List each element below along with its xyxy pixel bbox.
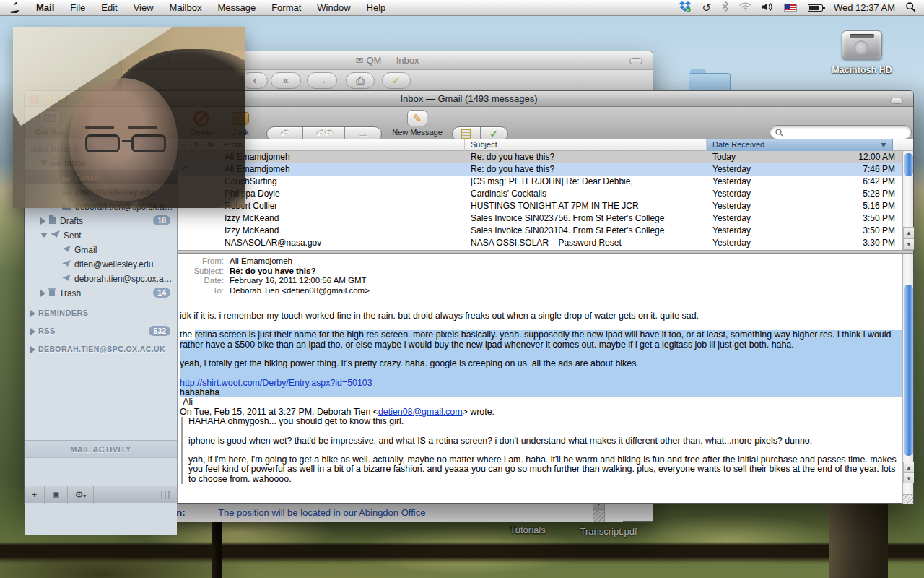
sidebar-item-drafts[interactable]: Drafts 18 — [25, 213, 178, 228]
email-link[interactable]: detien08@gmail.com — [378, 407, 463, 417]
time-machine-menu-icon[interactable]: ↺ — [702, 1, 711, 14]
background-window-content[interactable]: Location: The position will be located i… — [122, 504, 623, 522]
menu-bar-clock[interactable]: Wed 12:37 AM — [834, 2, 895, 13]
menu-view[interactable]: View — [126, 0, 162, 16]
message-row[interactable]: Robert Collier HUSTINGS TONIGHT AT 7PM I… — [178, 200, 904, 212]
sidebar-item-sent-spc[interactable]: deborah.tien@spc.ox.a… — [25, 271, 178, 285]
sidebar-item-sent-wellesley[interactable]: dtien@wellesley.edu — [25, 256, 178, 271]
pane-resize-handle[interactable] — [161, 491, 171, 499]
row-time: 3:50 PM — [863, 225, 895, 237]
row-date: Yesterday — [712, 212, 857, 225]
desktop-icon-label-transcript[interactable]: Transcript.pdf — [574, 526, 643, 537]
scroll-up-arrow[interactable]: ▲ — [903, 227, 914, 238]
forward-button[interactable]: → — [307, 72, 337, 89]
scroll-down-arrow[interactable]: ▼ — [903, 473, 914, 483]
sidebar-group-reminders[interactable]: REMINDERS — [25, 306, 178, 320]
menu-window[interactable]: Window — [309, 0, 358, 16]
search-icon — [775, 129, 783, 137]
back-button[interactable]: ‹ — [242, 72, 268, 89]
check-button[interactable]: ✓ — [382, 72, 411, 89]
show-action-button[interactable]: ▣ — [45, 486, 68, 504]
sidebar-group-account[interactable]: DEBORAH.TIEN@SPC.OX.AC.UK — [25, 342, 178, 356]
search-input[interactable] — [770, 125, 912, 139]
print-button[interactable]: ⎙ — [346, 72, 375, 89]
new-message-button[interactable]: ✎ New Message — [388, 108, 446, 139]
location-text: The position will be located in our Abin… — [218, 507, 425, 518]
to-value: Deborah Tien <detien08@gmail.com> — [230, 285, 370, 296]
fence-post — [212, 517, 222, 578]
menu-message[interactable]: Message — [209, 0, 263, 16]
message-body: idk if it is. i remember my touch worked… — [180, 311, 903, 484]
toolbar-toggle-lozenge[interactable] — [629, 58, 642, 64]
trash-count-badge: 14 — [153, 288, 170, 298]
menu-bar: Mail File Edit View Mailbox Message Form… — [0, 0, 924, 16]
woot-link[interactable]: http://shirt.woot.com/Derby/Entry.aspx?i… — [180, 378, 372, 388]
menu-format[interactable]: Format — [263, 0, 309, 16]
disclosure-triangle-icon[interactable] — [40, 217, 45, 225]
desktop-icon-label-tutorials[interactable]: Tutorials — [505, 525, 550, 535]
disclosure-triangle-icon[interactable] — [30, 346, 35, 353]
bluetooth-menu-icon[interactable] — [722, 1, 728, 14]
menu-help[interactable]: Help — [359, 0, 394, 16]
menu-mailbox[interactable]: Mailbox — [162, 0, 210, 16]
row-time: 5:16 PM — [863, 200, 895, 212]
photo-eyebrow — [85, 126, 114, 129]
wifi-menu-icon[interactable] — [739, 2, 751, 13]
dropbox-menu-icon[interactable] — [679, 1, 691, 14]
photo-glasses — [85, 134, 120, 152]
scroll-down-arrow[interactable]: ▼ — [903, 238, 914, 250]
scrollbar-thumb[interactable] — [904, 285, 913, 456]
drafts-label: Drafts — [60, 216, 83, 226]
sidebar-group-rss[interactable]: RSS 532 — [25, 324, 178, 338]
window-resize-grip[interactable] — [902, 494, 913, 504]
message-list-scrollbar[interactable]: ▲ ▼ — [902, 151, 913, 250]
volume-menu-icon[interactable] — [762, 2, 773, 14]
message-row[interactable]: Izzy McKeand Sales Invoice SIN023756. Fr… — [178, 212, 904, 225]
message-row[interactable]: Ali Emamdjomeh Re: do you have this? Tod… — [178, 151, 904, 163]
battery-icon[interactable] — [808, 4, 823, 12]
to-label: To: — [178, 285, 224, 296]
spotlight-icon[interactable] — [906, 2, 915, 14]
scrollbar-thumb[interactable] — [904, 153, 913, 176]
scroll-up-arrow[interactable]: ▲ — [903, 462, 914, 473]
add-mailbox-button[interactable]: + — [25, 486, 45, 504]
message-row[interactable]: NASASOLAR@nasa.gov NASA OSSI:SOLAR – Pas… — [178, 237, 904, 249]
disclosure-triangle-icon[interactable] — [40, 290, 45, 297]
window-resize-grip[interactable] — [593, 509, 605, 522]
sidebar-item-trash[interactable]: Trash 14 — [25, 285, 178, 300]
message-row[interactable]: CouchSurfing [CS msg: PETERJOHN] Re: Dea… — [178, 176, 904, 188]
body-paragraph: yeah, i totally get the biking power thi… — [180, 359, 903, 368]
toolbar-toggle-lozenge[interactable] — [890, 98, 903, 104]
row-date: Yesterday — [712, 200, 857, 212]
message-row[interactable]: Philippa Doyle Cardinals' Cocktails Yest… — [178, 188, 904, 200]
menu-file[interactable]: File — [62, 0, 93, 16]
disclosure-triangle-icon[interactable] — [30, 310, 35, 317]
attribution-text: On Tue, Feb 15, 2011 at 3:27 PM, Deborah… — [180, 407, 378, 417]
preview-scrollbar[interactable]: ▲ ▼ — [902, 254, 913, 504]
menu-mail[interactable]: Mail — [28, 0, 62, 16]
message-row-selected[interactable]: ↶ Ali Emamdjomeh Re: do you have this? Y… — [178, 163, 904, 176]
subject-column-header[interactable]: Subject — [465, 139, 707, 151]
date-received-column-header[interactable]: Date Received — [707, 139, 893, 151]
rewind-button[interactable]: « — [271, 72, 301, 89]
disclosure-triangle-icon[interactable] — [40, 233, 48, 238]
input-language-flag-icon[interactable] — [784, 4, 797, 12]
forward-arrow-icon: → — [357, 128, 368, 140]
drive-slot — [850, 34, 874, 38]
apple-menu[interactable] — [0, 2, 28, 13]
sort-descending-icon — [881, 143, 886, 147]
sidebar-item-sent-gmail[interactable]: Gmail — [25, 242, 178, 256]
gear-menu-button[interactable]: ⚙▾ — [68, 486, 94, 504]
row-date: Yesterday — [712, 188, 857, 200]
message-row[interactable]: Izzy McKeand Sales Invoice SIN023104. Fr… — [178, 225, 904, 237]
rss-label: RSS — [38, 327, 56, 335]
menu-edit[interactable]: Edit — [93, 0, 125, 16]
unselected-prefix: the — [180, 329, 195, 340]
from-column-header[interactable]: From — [218, 139, 465, 151]
sent-label: Sent — [64, 230, 82, 241]
subject-label: Subject: — [178, 266, 224, 276]
disclosure-triangle-icon[interactable] — [30, 328, 35, 335]
sidebar-item-sent[interactable]: Sent — [25, 228, 178, 242]
macintosh-hd-icon[interactable]: Macintosh HD — [832, 25, 892, 84]
compose-icon: ✎ — [407, 110, 427, 126]
